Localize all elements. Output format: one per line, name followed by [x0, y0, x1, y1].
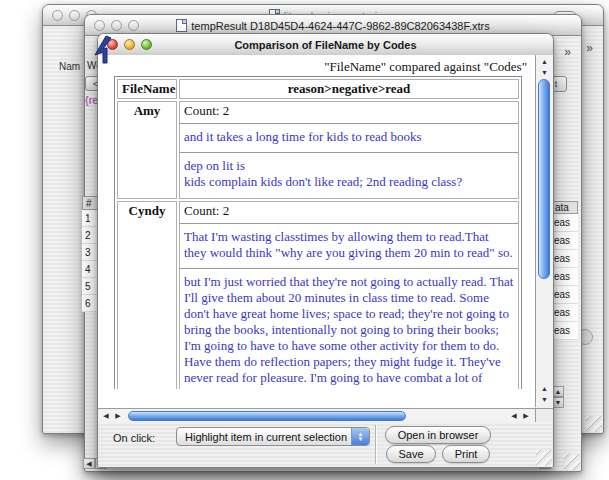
count-label: Count: 2: [184, 103, 514, 119]
print-button[interactable]: Print: [442, 445, 490, 463]
scroll-right-arrow[interactable]: ▶: [520, 410, 532, 421]
table-header-row: FileName reason>negative>read: [117, 79, 519, 99]
app-flag-icon: [93, 35, 115, 65]
on-click-popup[interactable]: Highlight item in current selection ▲▼: [176, 427, 370, 446]
cell-separator: [180, 223, 518, 224]
cell-separator: [180, 268, 518, 269]
minimize-button[interactable]: [124, 39, 135, 50]
save-button[interactable]: Save: [386, 445, 436, 463]
table-row: Amy Count: 2 and it takes a long time fo…: [117, 101, 519, 199]
document-icon: [176, 19, 187, 32]
comparison-content: "FileName" compared against "Codes" File…: [98, 55, 535, 408]
comparison-subtitle: "FileName" compared against "Codes": [324, 59, 527, 75]
data-row[interactable]: eas: [551, 304, 578, 322]
result-cell: Count: 2 That I'm wasting classtimes by …: [179, 201, 519, 389]
scroll-down-arrow[interactable]: ▼: [537, 394, 552, 405]
resize-grip[interactable]: [536, 450, 552, 466]
minimize-button[interactable]: [111, 20, 122, 31]
toolbar-overflow-icon[interactable]: »: [586, 41, 593, 55]
coded-quote[interactable]: but I'm just worried that they're not go…: [184, 274, 514, 389]
on-click-label: On click:: [113, 432, 155, 444]
scroll-left-arrow[interactable]: ◀: [508, 410, 520, 421]
popup-stepper-icon: ▲▼: [351, 428, 369, 445]
desktop: lit and science.xtprj » Nam tempResult D…: [0, 0, 609, 480]
open-in-browser-button[interactable]: Open in browser: [385, 426, 491, 444]
close-button[interactable]: [94, 20, 105, 31]
minimize-button[interactable]: [69, 10, 80, 21]
tempresult-window-title: tempResult D18D45D4-4624-447C-9862-89C82…: [125, 19, 541, 32]
vertical-scroll-thumb[interactable]: [538, 79, 550, 279]
scroll-left-arrow[interactable]: ◀: [83, 458, 95, 469]
cell-separator: [180, 123, 518, 124]
count-label: Count: 2: [184, 203, 514, 219]
resize-grip[interactable]: [586, 416, 602, 432]
data-column: eas eas eas eas eas eas eas: [551, 214, 578, 340]
vertical-scrollbar[interactable]: ▲ ▼ ▲ ▼: [535, 55, 553, 407]
coded-quote[interactable]: dep on lit is kids complain kids don't l…: [184, 158, 514, 190]
result-cell: Count: 2 and it takes a long time for ki…: [179, 101, 519, 199]
window-comparison: Comparison of FileName by Codes "FileNam…: [97, 33, 554, 468]
scroll-up-arrow[interactable]: ▲: [537, 56, 552, 67]
horizontal-scroll-thumb[interactable]: [128, 411, 406, 421]
comparison-table: FileName reason>negative>read Amy Count:…: [114, 76, 522, 389]
data-row[interactable]: eas: [551, 286, 578, 304]
scroll-left-arrow[interactable]: ◀: [100, 410, 112, 421]
close-button[interactable]: [52, 10, 63, 21]
footer-divider: [375, 425, 376, 464]
comparison-window-title: Comparison of FileName by Codes: [138, 39, 513, 51]
table-row: Cyndy Count: 2 That I'm wasting classtim…: [117, 201, 519, 389]
comparison-table-wrap: FileName reason>negative>read Amy Count:…: [114, 76, 526, 389]
code-column-header[interactable]: reason>negative>read: [179, 79, 519, 99]
data-row[interactable]: eas: [551, 232, 578, 250]
data-row[interactable]: eas: [551, 322, 578, 340]
data-row[interactable]: eas: [551, 268, 578, 286]
data-row[interactable]: eas: [551, 250, 578, 268]
scroll-up-arrow[interactable]: ▲: [537, 383, 552, 394]
name-column-fragment: Nam: [59, 61, 80, 72]
comparison-titlebar[interactable]: Comparison of FileName by Codes: [98, 34, 553, 56]
data-row[interactable]: eas: [551, 214, 578, 232]
horizontal-scrollbar[interactable]: ◀ ▶ ◀ ▶: [98, 408, 535, 422]
resize-grip[interactable]: [564, 454, 580, 470]
filename-column-header[interactable]: FileName: [117, 79, 177, 99]
cell-separator: [180, 152, 518, 153]
data-column-header[interactable]: ata: [551, 201, 578, 214]
comparison-footer: On click: Highlight item in current sele…: [98, 422, 553, 467]
coded-quote[interactable]: That I'm wasting classtimes by allowing …: [184, 229, 514, 261]
popup-selected-value: Highlight item in current selection: [185, 431, 347, 443]
scrollbar-corner: [535, 408, 553, 422]
scroll-right-arrow[interactable]: ▶: [112, 410, 124, 421]
toolbar-overflow-icon[interactable]: »: [564, 45, 571, 59]
filename-cell[interactable]: Amy: [117, 101, 177, 199]
coded-quote[interactable]: and it takes a long time for kids to rea…: [184, 129, 514, 145]
scroll-down-arrow[interactable]: ▼: [537, 67, 552, 78]
filename-cell[interactable]: Cyndy: [117, 201, 177, 389]
